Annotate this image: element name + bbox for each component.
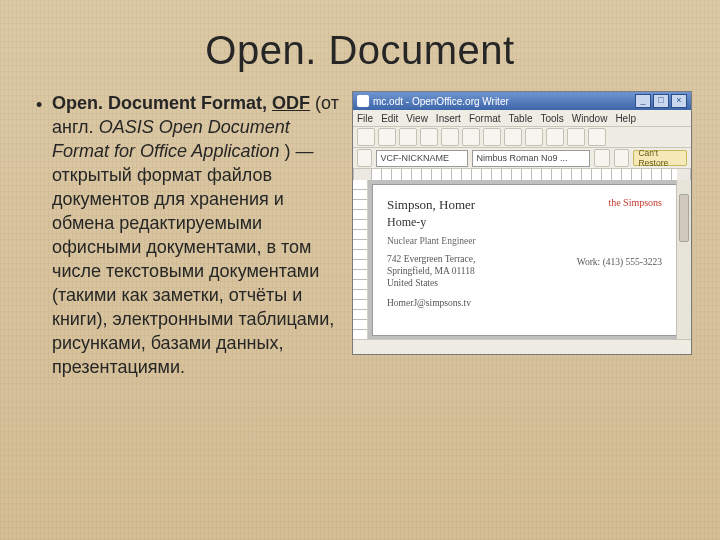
toolbar-main — [353, 127, 691, 148]
menubar: File Edit View Insert Format Table Tools… — [353, 110, 691, 127]
tb-style-icon[interactable] — [357, 149, 372, 167]
vertical-scrollbar[interactable] — [676, 180, 691, 340]
app-icon — [357, 95, 369, 107]
style-combo[interactable]: VCF-NICKNAME — [376, 150, 468, 167]
bullet: • — [36, 91, 52, 117]
close-button[interactable]: × — [671, 94, 687, 108]
restore-badge: Can't Restore — [633, 150, 687, 166]
maximize-button[interactable]: □ — [653, 94, 669, 108]
after-italic: ) — открытый формат файлов документов дл… — [52, 141, 334, 377]
statusbar — [353, 339, 691, 354]
document-area: the Simpsons Simpson, Homer Home-y Nucle… — [353, 180, 691, 340]
scroll-thumb[interactable] — [679, 194, 689, 242]
doc-sub: Home-y — [387, 215, 662, 230]
doc-country: United States — [387, 278, 662, 288]
menu-view[interactable]: View — [406, 113, 428, 124]
odf-bold-underline: ODF — [272, 93, 310, 113]
window-title: mc.odt - OpenOffice.org Writer — [373, 96, 631, 107]
titlebar: mc.odt - OpenOffice.org Writer _ □ × — [353, 92, 691, 110]
tb-zoom-icon[interactable] — [588, 128, 606, 146]
doc-work: Work: (413) 555-3223 — [577, 257, 662, 267]
menu-format[interactable]: Format — [469, 113, 501, 124]
tb-italic-icon[interactable] — [614, 149, 629, 167]
minimize-button[interactable]: _ — [635, 94, 651, 108]
menu-edit[interactable]: Edit — [381, 113, 398, 124]
tb-table-icon[interactable] — [546, 128, 564, 146]
doc-group: the Simpsons — [608, 197, 662, 208]
menu-insert[interactable]: Insert — [436, 113, 461, 124]
page: the Simpsons Simpson, Homer Home-y Nucle… — [372, 184, 677, 336]
doc-email: HomerJ@simpsons.tv — [387, 298, 662, 308]
tb-cut-icon[interactable] — [441, 128, 459, 146]
tb-redo-icon[interactable] — [525, 128, 543, 146]
doc-addr2: Springfield, MA 01118 — [387, 266, 662, 276]
tb-paste-icon[interactable] — [483, 128, 501, 146]
menu-tools[interactable]: Tools — [540, 113, 563, 124]
tb-undo-icon[interactable] — [504, 128, 522, 146]
writer-screenshot: mc.odt - OpenOffice.org Writer _ □ × Fil… — [352, 91, 692, 355]
menu-window[interactable]: Window — [572, 113, 608, 124]
tb-find-icon[interactable] — [567, 128, 585, 146]
menu-table[interactable]: Table — [509, 113, 533, 124]
tb-open-icon[interactable] — [378, 128, 396, 146]
tb-print-icon[interactable] — [420, 128, 438, 146]
tb-copy-icon[interactable] — [462, 128, 480, 146]
tb-new-icon[interactable] — [357, 128, 375, 146]
toolbar-format: VCF-NICKNAME Nimbus Roman No9 ... Can't … — [353, 148, 691, 169]
body-paragraph: Open. Document Format, ODF (от англ. OAS… — [52, 91, 352, 379]
vertical-ruler — [353, 180, 368, 340]
tb-save-icon[interactable] — [399, 128, 417, 146]
window-buttons: _ □ × — [635, 94, 687, 108]
font-combo[interactable]: Nimbus Roman No9 ... — [472, 150, 590, 167]
content-row: • Open. Document Format, ODF (от англ. O… — [0, 91, 720, 379]
menu-file[interactable]: File — [357, 113, 373, 124]
tb-bold-icon[interactable] — [594, 149, 609, 167]
menu-help[interactable]: Help — [615, 113, 636, 124]
lead-bold: Open. Document Format, — [52, 93, 272, 113]
slide-title: Open. Document — [0, 0, 720, 91]
doc-role: Nuclear Plant Engineer — [387, 236, 662, 246]
